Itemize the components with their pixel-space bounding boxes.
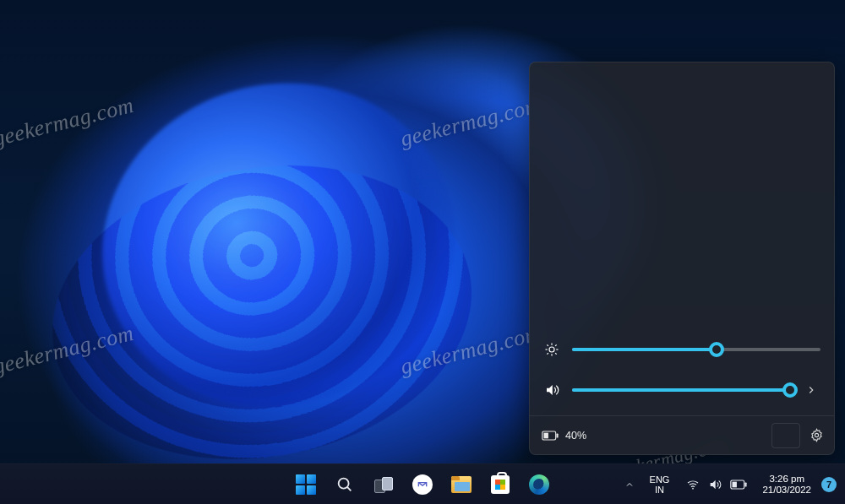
battery-status[interactable]: 40% (542, 430, 586, 442)
lang-primary: ENG (650, 474, 670, 485)
task-view-button[interactable] (367, 468, 401, 501)
svg-marker-17 (711, 480, 716, 489)
brightness-icon (543, 342, 560, 357)
quick-settings-footer: 40% (530, 415, 834, 454)
taskbar: ENG IN 3:26 pm 21/03/2022 7 (0, 463, 845, 504)
brightness-row (543, 329, 820, 370)
edge-icon (529, 474, 549, 495)
taskbar-center (289, 468, 556, 501)
chevron-up-icon (624, 480, 635, 490)
svg-line-15 (347, 486, 351, 490)
svg-line-6 (555, 353, 557, 355)
clock-time: 3:26 pm (769, 474, 804, 485)
battery-icon (542, 431, 559, 441)
chat-icon (412, 474, 433, 495)
svg-rect-12 (557, 433, 559, 437)
network-volume-battery-button[interactable] (679, 468, 754, 501)
task-view-icon (374, 477, 393, 492)
edge-button[interactable] (522, 468, 556, 501)
volume-row (543, 370, 820, 410)
svg-point-14 (339, 478, 349, 488)
speaker-icon (708, 478, 722, 491)
svg-point-16 (693, 487, 695, 489)
svg-line-8 (555, 344, 557, 346)
edit-quick-settings-button[interactable] (771, 423, 800, 448)
svg-point-13 (815, 433, 818, 436)
start-button[interactable] (289, 468, 323, 501)
svg-line-7 (547, 353, 548, 355)
store-icon (491, 475, 510, 494)
search-button[interactable] (328, 468, 362, 501)
tray-overflow-button[interactable] (619, 468, 640, 501)
settings-button[interactable] (807, 426, 826, 445)
clock-button[interactable]: 3:26 pm 21/03/2022 (757, 468, 816, 501)
wifi-icon (686, 478, 700, 491)
microsoft-store-button[interactable] (483, 468, 517, 501)
notification-count-badge: 7 (821, 477, 837, 492)
windows-logo-icon (296, 474, 316, 495)
volume-expand-button[interactable] (802, 384, 820, 396)
chat-button[interactable] (406, 468, 439, 501)
volume-icon (543, 382, 560, 398)
file-explorer-button[interactable] (444, 468, 478, 501)
svg-rect-20 (745, 482, 747, 486)
clock-date: 21/03/2022 (762, 485, 811, 496)
language-indicator[interactable]: ENG IN (643, 468, 677, 501)
system-tray: ENG IN 3:26 pm 21/03/2022 7 (619, 464, 840, 504)
svg-marker-9 (547, 385, 553, 395)
battery-tray-icon (730, 480, 747, 490)
notifications-button[interactable]: 7 (820, 468, 840, 501)
svg-rect-11 (544, 432, 548, 438)
svg-point-0 (549, 347, 554, 352)
gear-icon (810, 428, 824, 442)
lang-secondary: IN (655, 485, 664, 495)
brightness-slider[interactable] (572, 341, 820, 358)
search-icon (335, 475, 354, 494)
svg-rect-19 (733, 481, 737, 487)
svg-line-5 (547, 344, 548, 346)
file-explorer-icon (451, 476, 472, 493)
quick-settings-panel: 40% (529, 62, 835, 455)
volume-slider[interactable] (572, 382, 790, 398)
battery-percent-label: 40% (565, 430, 586, 442)
